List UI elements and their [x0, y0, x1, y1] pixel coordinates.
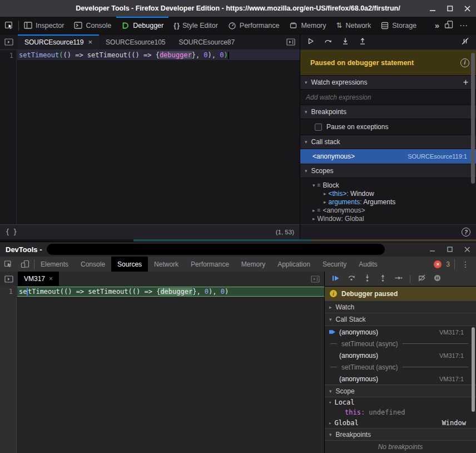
tab-network[interactable]: Network — [148, 257, 185, 272]
tab-sources[interactable]: Sources — [111, 257, 148, 272]
step-in-button[interactable] — [341, 37, 349, 47]
collapse-icon[interactable]: ▾ — [329, 317, 332, 322]
firefox-titlebar[interactable]: Developer Tools - Firefox Developer Edit… — [0, 0, 476, 17]
expand-icon[interactable]: ▸ — [324, 191, 326, 196]
breakpoints-header[interactable]: ▾ Breakpoints — [325, 428, 476, 441]
collapse-icon[interactable]: ▾ — [305, 168, 308, 174]
collapse-icon[interactable]: ▾ — [305, 139, 308, 145]
close-button[interactable] — [464, 247, 470, 253]
tab-debugger[interactable]: Debugger — [116, 17, 168, 34]
collapse-icon[interactable]: ▾ — [305, 80, 308, 85]
scope-node-this[interactable]: ▸ <this>: Window — [300, 189, 476, 198]
chrome-titlebar[interactable]: DevTools - — [0, 242, 476, 257]
file-tab-vm317[interactable]: VM317 × — [18, 272, 59, 286]
devtools-menu-button[interactable]: ⋮ — [459, 260, 472, 269]
step-out-button[interactable] — [359, 37, 366, 47]
expand-icon[interactable]: ▸ — [329, 304, 332, 310]
step-out-button[interactable] — [379, 274, 387, 284]
expand-icon[interactable]: ▸ — [329, 420, 331, 426]
watch-expressions-header[interactable]: ▾ Watch expressions + — [300, 75, 476, 90]
minimize-button[interactable] — [430, 6, 436, 12]
breakpoints-header[interactable]: ▾ Breakpoints — [300, 105, 476, 119]
tab-inspector[interactable]: Inspector — [19, 17, 69, 34]
source-editor[interactable]: 1 setTimeout(() => setTimeout(() => {deb… — [0, 50, 300, 224]
scope-node-anonymous[interactable]: ▸ ≡ <anonymous> — [300, 206, 476, 214]
collapse-icon[interactable]: ▾ — [329, 400, 331, 405]
resume-button[interactable] — [331, 274, 340, 284]
tab-style-editor[interactable]: { } Style Editor — [168, 17, 223, 34]
tab-console[interactable]: Console — [69, 17, 116, 34]
scope-local-node[interactable]: ▾ Local — [325, 397, 476, 407]
help-icon[interactable]: ? — [462, 228, 470, 237]
tab-elements[interactable]: Elements — [34, 257, 75, 272]
error-count[interactable]: 3 — [446, 260, 450, 268]
minimize-button[interactable] — [430, 247, 436, 253]
scope-node-arguments[interactable]: ▸ arguments: Arguments — [300, 198, 476, 206]
scopes-header[interactable]: ▾ Scopes — [300, 164, 476, 178]
source-tab-87[interactable]: SOURCEsource87 — [172, 35, 241, 50]
deactivate-breakpoints-button[interactable] — [418, 274, 426, 284]
close-button[interactable] — [464, 6, 470, 12]
close-tab-icon[interactable]: × — [88, 38, 93, 46]
expand-icon[interactable]: ▸ — [313, 216, 315, 221]
toggle-sources-panel-button[interactable] — [0, 35, 18, 50]
source-editor[interactable]: 1 setTimeout(() => setTimeout(() => {deb… — [0, 286, 324, 453]
more-tabs-button[interactable]: » — [432, 21, 442, 30]
maximize-button[interactable] — [447, 247, 453, 253]
tab-performance[interactable]: Performance — [223, 17, 285, 34]
close-tab-icon[interactable]: × — [49, 275, 53, 283]
step-over-button[interactable] — [324, 37, 332, 47]
step-into-button[interactable] — [363, 274, 371, 284]
expand-icon[interactable]: ▸ — [313, 208, 315, 213]
scope-node-global[interactable]: ▸ Window: Global — [300, 214, 476, 223]
inspect-element-button[interactable] — [0, 257, 17, 272]
tab-network[interactable]: ⇅ Network — [331, 17, 376, 34]
call-stack-header[interactable]: ▾ Call Stack — [325, 313, 476, 326]
scope-this-row[interactable]: this: undefined — [325, 407, 476, 417]
collapse-icon[interactable]: ▾ — [305, 109, 308, 115]
paused-code-line[interactable]: setTimeout(() => setTimeout(() => {debug… — [17, 287, 324, 297]
tab-console[interactable]: Console — [75, 257, 111, 272]
scope-node-block[interactable]: ▾ ≡ Block — [300, 181, 476, 189]
prettify-source-button[interactable]: { } — [6, 228, 17, 236]
call-stack-header[interactable]: ▾ Call stack — [300, 135, 476, 149]
add-watch-button[interactable]: + — [463, 77, 472, 87]
watch-expression-input[interactable]: Add watch expression — [300, 90, 476, 105]
pause-on-exceptions-button[interactable] — [433, 274, 442, 284]
expand-icon[interactable]: ▸ — [324, 199, 326, 205]
step-button[interactable] — [394, 274, 403, 284]
step-over-button[interactable] — [348, 274, 356, 284]
tab-memory[interactable]: Memory — [284, 17, 331, 34]
call-stack-frame[interactable]: (anonymous) VM317:1 — [325, 349, 476, 361]
sidebar-scrollbar[interactable] — [472, 327, 475, 412]
tab-storage[interactable]: Storage — [376, 17, 422, 34]
expand-panes-button[interactable] — [306, 272, 324, 286]
source-tab-105[interactable]: SOURCEsource105 — [99, 35, 172, 50]
watch-header[interactable]: ▸ Watch — [325, 301, 476, 313]
collapse-icon[interactable]: ▾ — [329, 388, 332, 394]
toggle-navigator-button[interactable] — [0, 272, 18, 286]
call-stack-frame[interactable]: (anonymous) VM317:1 — [325, 373, 476, 385]
sidebar-scrollbar[interactable] — [471, 53, 475, 184]
pick-element-button[interactable] — [0, 17, 18, 34]
tab-performance[interactable]: Performance — [185, 257, 235, 272]
call-stack-frame-current[interactable]: (anonymous) VM317:1 — [325, 326, 476, 338]
tab-memory[interactable]: Memory — [235, 257, 271, 272]
collapse-icon[interactable]: ▾ — [329, 432, 332, 437]
tab-security[interactable]: Security — [316, 257, 353, 272]
skip-pausing-button[interactable] — [461, 37, 469, 47]
devtools-menu-button[interactable]: ⋯ — [456, 21, 472, 31]
source-tab-119[interactable]: SOURCEsource119 × — [18, 35, 99, 50]
tab-application[interactable]: Application — [271, 257, 316, 272]
responsive-design-button[interactable] — [444, 20, 454, 31]
paused-code-line[interactable]: setTimeout(() => setTimeout(() => {debug… — [17, 50, 300, 60]
scope-header[interactable]: ▾ Scope — [325, 385, 476, 397]
pause-on-exceptions-checkbox[interactable] — [315, 124, 322, 131]
toggle-device-toolbar-button[interactable] — [17, 257, 34, 272]
tab-audits[interactable]: Audits — [353, 257, 383, 272]
maximize-button[interactable] — [447, 6, 453, 12]
collapse-icon[interactable]: ▾ — [313, 183, 315, 188]
expand-panes-button[interactable] — [282, 35, 300, 50]
error-badge-icon[interactable]: × — [434, 260, 442, 268]
scope-global-node[interactable]: ▸ Global Window — [325, 417, 476, 428]
